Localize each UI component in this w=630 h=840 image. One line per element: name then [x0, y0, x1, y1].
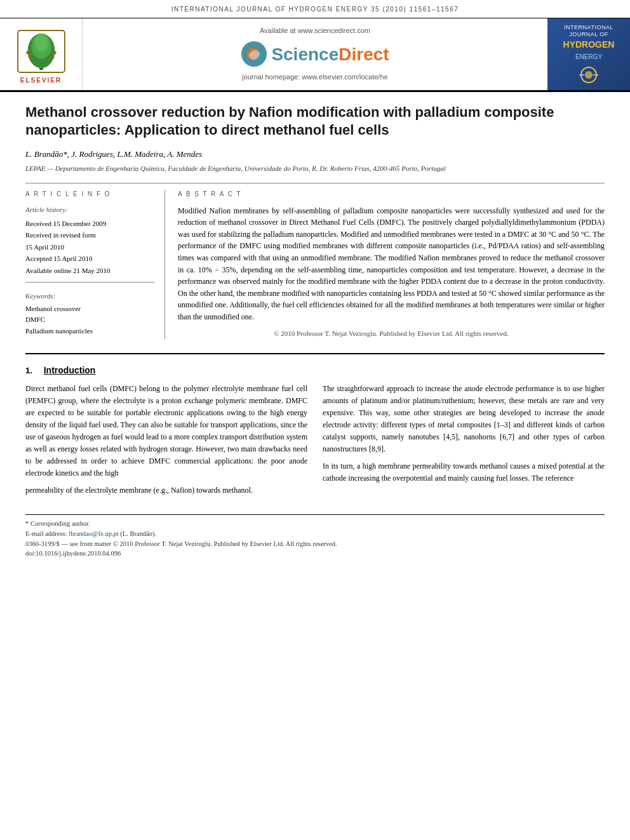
introduction-section: 1. Introduction Direct methanol fuel cel…: [25, 353, 605, 502]
svg-point-8: [53, 51, 56, 54]
journal-homepage-text: journal homepage: www.elsevier.com/locat…: [242, 72, 387, 82]
email-label: E-mail address:: [25, 530, 67, 537]
elsevier-logo: ELSEVIER: [0, 18, 83, 90]
article-history-label: Article history:: [25, 205, 154, 215]
email-address: lbrandao@fe.up.pt: [69, 530, 118, 537]
available-at-text: Available at www.sciencedirect.com: [260, 26, 370, 36]
email-line: E-mail address: lbrandao@fe.up.pt (L. Br…: [25, 529, 605, 539]
hydrogen-energy-logo: International Journal of HYDROGEN ENERGY: [547, 18, 630, 90]
abstract-column: A B S T R A C T Modified Nafion membrane…: [178, 190, 605, 339]
doi-line: doi:10.1016/j.ijhydene.2010.04.096: [25, 549, 605, 559]
intro-col-1: Direct methanol fuel cells (DMFC) belong…: [25, 383, 307, 502]
abstract-text: Modified Nafion membranes by self-assemb…: [178, 205, 605, 323]
received-revised-label: Received in revised form: [25, 230, 154, 241]
svg-point-3: [34, 34, 48, 51]
svg-point-5: [28, 55, 32, 59]
corresponding-label: * Corresponding author.: [25, 520, 90, 527]
section-title-text: Introduction: [44, 365, 96, 375]
keyword-3: Palladium nanoparticles: [25, 326, 154, 336]
divider: [25, 282, 154, 283]
intro-para-1: Direct methanol fuel cells (DMFC) belong…: [25, 383, 307, 479]
hydrogen-journal-intl: International Journal of: [553, 24, 625, 38]
svg-point-6: [50, 55, 54, 59]
sciencedirect-logo: Science Direct: [241, 41, 389, 67]
intro-para-end: permeability of the electrolyte membrane…: [25, 484, 307, 497]
abstract-heading: A B S T R A C T: [178, 190, 605, 199]
affiliation: LEPAE — Departamento de Engenharia Quími…: [25, 164, 605, 173]
authors: L. Brandão*, J. Rodrigues, L.M. Madeira,…: [25, 149, 605, 160]
intro-para-2: The straightforward approach to increase…: [323, 383, 605, 455]
keywords-label: Keywords:: [25, 291, 154, 301]
intro-col-2: The straightforward approach to increase…: [323, 383, 605, 502]
email-name: (L. Brandão).: [120, 530, 156, 537]
section-number: 1.: [25, 365, 32, 377]
accepted-date: Accepted 15 April 2010: [25, 253, 154, 264]
sciencedirect-center: Available at www.sciencedirect.com Scien…: [83, 18, 547, 90]
authors-text: L. Brandão*, J. Rodrigues, L.M. Madeira,…: [25, 149, 202, 159]
sd-science-text: Science: [271, 42, 338, 67]
article-info-abstract: A R T I C L E I N F O Article history: R…: [25, 183, 605, 339]
intro-text-col1: Direct methanol fuel cells (DMFC) belong…: [25, 383, 307, 497]
svg-point-7: [26, 51, 29, 54]
corresponding-author: * Corresponding author.: [25, 519, 605, 529]
introduction-title: 1. Introduction: [25, 364, 605, 377]
journal-header: ELSEVIER Available at www.sciencedirect.…: [0, 18, 630, 92]
received-date: Received 15 December 2009: [25, 218, 154, 229]
hydrogen-graphic: [573, 65, 605, 84]
journal-topbar: INTERNATIONAL JOURNAL OF HYDROGEN ENERGY…: [0, 0, 630, 18]
issn-line: 0360-3199/$ — see front matter © 2010 Pr…: [25, 539, 605, 549]
keyword-1: Methanol crossover: [25, 304, 154, 314]
sd-icon: [241, 41, 267, 67]
keyword-2: DMFC: [25, 315, 154, 324]
available-date: Available online 21 May 2010: [25, 265, 154, 276]
elsevier-label: ELSEVIER: [20, 76, 62, 85]
revised-date: 15 April 2010: [25, 242, 154, 253]
article-title: Methanol crossover reduction by Nafion m…: [25, 103, 605, 140]
copyright-text: © 2010 Professor T. Nejat Veziroglu. Pub…: [178, 329, 605, 338]
sd-direct-text: Direct: [338, 42, 389, 67]
intro-text-col2: The straightforward approach to increase…: [323, 383, 605, 484]
hydrogen-journal-energy: ENERGY: [575, 53, 602, 62]
article-info-heading: A R T I C L E I N F O: [25, 190, 154, 199]
introduction-body: Direct methanol fuel cells (DMFC) belong…: [25, 383, 605, 502]
main-content: Methanol crossover reduction by Nafion m…: [0, 92, 630, 571]
hydrogen-journal-hydrogen: HYDROGEN: [563, 40, 615, 50]
svg-point-11: [585, 71, 593, 79]
article-info-column: A R T I C L E I N F O Article history: R…: [25, 190, 165, 339]
footnote-area: * Corresponding author. E-mail address: …: [25, 514, 605, 559]
journal-name: INTERNATIONAL JOURNAL OF HYDROGEN ENERGY…: [171, 6, 459, 13]
intro-para-3: In its turn, a high membrane permeabilit…: [323, 460, 605, 484]
